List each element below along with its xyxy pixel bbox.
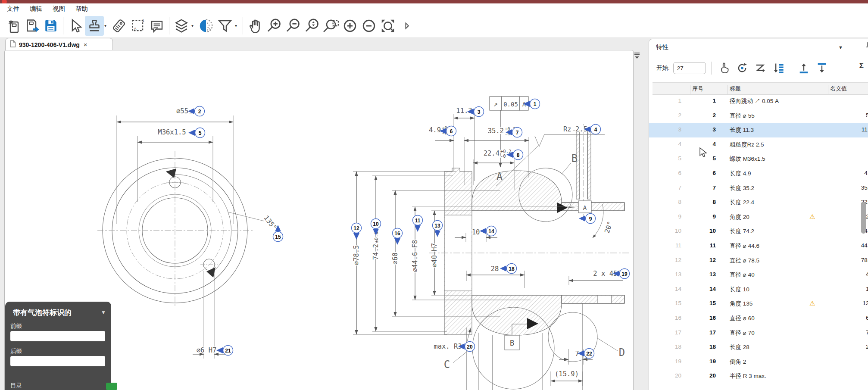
dropdown-chevron-icon[interactable]: ▾ bbox=[235, 23, 240, 28]
balloon-12[interactable]: 12 bbox=[352, 223, 362, 240]
document-tab[interactable]: 930-1200-406-V1.dwg × bbox=[5, 38, 113, 51]
move-bottom-icon[interactable] bbox=[815, 61, 829, 75]
tab-list-icon[interactable] bbox=[633, 52, 642, 59]
move-top-icon[interactable] bbox=[796, 61, 811, 75]
balloon-22[interactable]: 22 bbox=[578, 349, 594, 359]
zoom-window-button[interactable] bbox=[322, 16, 340, 36]
table-row-17[interactable]: 1717直径 ⌀ 7070 bbox=[649, 326, 868, 340]
zoom-out-button[interactable] bbox=[284, 16, 303, 36]
dropdown-chevron-icon[interactable]: ▾ bbox=[191, 23, 197, 28]
tab-close-icon[interactable]: × bbox=[84, 41, 87, 48]
menu-item-1[interactable]: 编辑 bbox=[30, 5, 42, 13]
row-nominal: 70 bbox=[821, 329, 868, 336]
detail-letter-c: C bbox=[444, 359, 450, 371]
row-gutter-number: 13 bbox=[649, 271, 681, 278]
balloon-16[interactable]: 16 bbox=[393, 228, 403, 245]
column-separator bbox=[727, 85, 728, 95]
table-row-10[interactable]: 1010长度 74.274.2 bbox=[649, 224, 868, 239]
balloon-21[interactable]: 21 bbox=[216, 346, 233, 356]
balloon-panel-collapse-icon[interactable]: ▼ bbox=[101, 309, 106, 315]
table-row-7[interactable]: 77长度 35.235.2 bbox=[649, 181, 868, 196]
table-row-9[interactable]: 99角度 20⚠20 bbox=[649, 210, 868, 225]
row-gutter-number: 18 bbox=[649, 343, 681, 350]
column-header-title[interactable]: 标题 bbox=[730, 85, 741, 93]
start-number-input[interactable] bbox=[673, 62, 706, 74]
table-row-12[interactable]: 1212直径 ⌀ 78.578.5 bbox=[649, 253, 868, 268]
table-row-2[interactable]: 22直径 ⌀ 5555 bbox=[649, 109, 868, 123]
select-region-icon: 1A bbox=[130, 18, 146, 34]
overflow-arrow-icon bbox=[404, 22, 410, 30]
select-cursor-button[interactable] bbox=[66, 16, 85, 36]
prefix-input[interactable] bbox=[10, 331, 105, 341]
dim-text: 20° bbox=[603, 220, 614, 234]
table-row-13[interactable]: 1313直径 ⌀ 4040 bbox=[649, 268, 868, 282]
table-row-8[interactable]: 88长度 22.422.4 bbox=[649, 195, 868, 210]
layers-button[interactable] bbox=[172, 16, 191, 36]
balloon-markers[interactable]: 123456789101112131415161819202122 bbox=[188, 99, 630, 359]
row-title: 倒角 2 bbox=[730, 358, 746, 366]
save-button[interactable] bbox=[41, 16, 60, 36]
row-gutter-number: 20 bbox=[649, 372, 681, 379]
tag-button[interactable] bbox=[109, 16, 128, 36]
select-region-button[interactable]: 1A bbox=[128, 16, 147, 36]
balloon-10[interactable]: 10 bbox=[371, 219, 381, 236]
table-row-6[interactable]: 66长度 4.94.9 bbox=[649, 166, 868, 181]
table-row-18[interactable]: 1818长度 2828 bbox=[649, 340, 868, 355]
table-row-1[interactable]: 11径向跳动 ↗ 0.05 A bbox=[649, 94, 868, 109]
overflow-arrow-button[interactable] bbox=[397, 16, 416, 36]
pan-hand-button[interactable] bbox=[246, 16, 265, 36]
suffix-input[interactable] bbox=[10, 356, 105, 366]
sort-list-icon[interactable] bbox=[771, 61, 786, 75]
plus-circle-button[interactable] bbox=[340, 16, 359, 36]
pointer-hand-icon[interactable] bbox=[717, 61, 731, 75]
table-row-3[interactable]: 33长度 11.311.3 bbox=[649, 123, 868, 137]
column-header-no[interactable]: 序号 bbox=[692, 85, 703, 93]
balloon-2[interactable]: 2 bbox=[188, 106, 205, 116]
table-scrollbar-thumb[interactable] bbox=[861, 202, 866, 234]
table-row-16[interactable]: 1616直径 ⌀ 6060 bbox=[649, 311, 868, 326]
balloon-stamp-button[interactable] bbox=[85, 16, 104, 36]
row-gutter-number: 9 bbox=[649, 213, 681, 220]
panel-pin-icon[interactable] bbox=[865, 42, 868, 52]
balloon-14[interactable]: 14 bbox=[480, 226, 496, 236]
balloon-9[interactable]: 9 bbox=[579, 214, 596, 224]
zoom-vertical-button[interactable] bbox=[303, 16, 322, 36]
minus-circle-button[interactable] bbox=[359, 16, 378, 36]
column-header-nominal[interactable]: 名义值 bbox=[830, 85, 847, 93]
menu-item-3[interactable]: 帮助 bbox=[75, 5, 88, 13]
zigzag-order-icon[interactable] bbox=[753, 61, 768, 75]
layers-icon bbox=[173, 18, 190, 34]
svg-text:5: 5 bbox=[199, 130, 202, 136]
filter-button[interactable] bbox=[215, 16, 234, 36]
panel-collapse-icon[interactable]: ▼ bbox=[838, 45, 843, 50]
comment-button[interactable] bbox=[147, 16, 166, 36]
dropdown-chevron-icon[interactable]: ▾ bbox=[104, 23, 109, 28]
apply-button-partial[interactable] bbox=[106, 383, 117, 390]
balloon-5[interactable]: 5 bbox=[188, 128, 205, 138]
row-title: 直径 ⌀ 40 bbox=[730, 271, 755, 279]
menu-item-0[interactable]: 文件 bbox=[7, 5, 19, 13]
rotate-refresh-icon[interactable] bbox=[735, 61, 749, 75]
table-row-14[interactable]: 1414长度 1010 bbox=[649, 282, 868, 297]
table-row-5[interactable]: 55螺纹 M36x1.5 bbox=[649, 152, 868, 166]
balloon-13[interactable]: 13 bbox=[433, 221, 443, 237]
table-row-15[interactable]: 1515角度 135⚠135 bbox=[649, 296, 868, 311]
compare-half-circle-button[interactable] bbox=[197, 16, 215, 36]
new-document-icon bbox=[5, 18, 21, 34]
table-row-4[interactable]: 44粗糙度Rz 2.5 bbox=[649, 137, 868, 152]
sum-sigma-icon[interactable]: Σ bbox=[859, 62, 864, 70]
zoom-fit-button[interactable] bbox=[378, 16, 397, 36]
balloon-18[interactable]: 18 bbox=[500, 264, 517, 274]
open-document-button[interactable] bbox=[22, 16, 41, 36]
menu-item-2[interactable]: 视图 bbox=[53, 5, 65, 13]
table-row-19[interactable]: 1919倒角 22 bbox=[649, 355, 868, 369]
table-row-20[interactable]: 2020半径 R 3 max. bbox=[649, 369, 868, 384]
balloon-11[interactable]: 11 bbox=[413, 215, 423, 232]
new-document-button[interactable] bbox=[3, 16, 22, 36]
column-separator bbox=[828, 85, 828, 95]
zoom-in-button[interactable] bbox=[265, 16, 284, 36]
document-icon bbox=[10, 40, 16, 49]
row-gutter-number: 14 bbox=[649, 286, 681, 292]
svg-text:35.2: 35.2 bbox=[488, 127, 504, 135]
table-row-11[interactable]: 1111直径 ⌀ 44.644.6 bbox=[649, 239, 868, 253]
